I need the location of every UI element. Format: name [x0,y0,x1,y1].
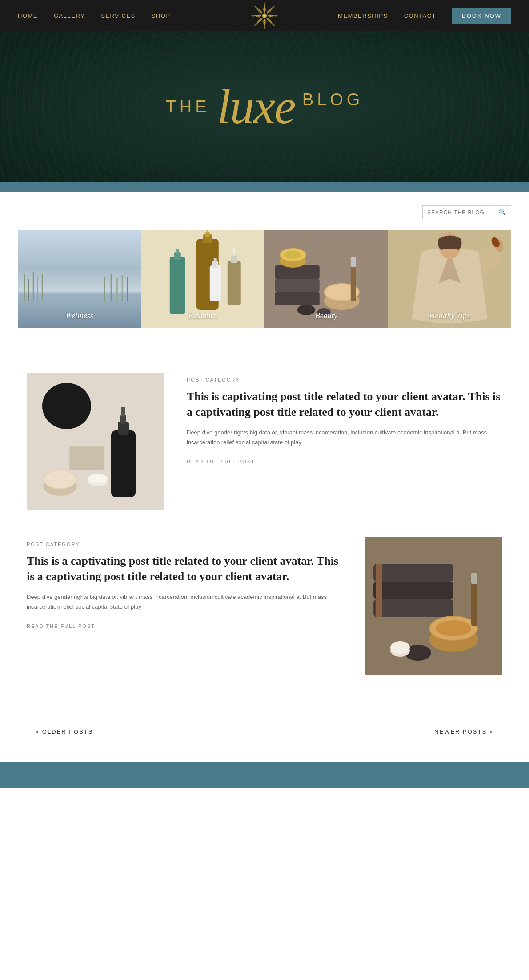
svg-rect-70 [70,447,104,470]
svg-rect-49 [275,265,320,279]
category-wellness[interactable]: Wellness [18,230,141,328]
svg-rect-45 [209,265,220,301]
svg-rect-40 [176,249,179,254]
svg-rect-55 [351,265,356,301]
navigation: HOME GALLERY SERVICES SHOP [0,0,529,31]
svg-point-77 [44,470,76,488]
post-1-image [27,373,164,510]
nav-home[interactable]: HOME [18,12,38,19]
category-healthy-tips[interactable]: Healthy Tips [388,230,512,328]
post-1-category: POST CATEGORY [187,377,502,382]
nav-services[interactable]: SERVICES [101,12,136,19]
svg-rect-84 [376,564,382,617]
newer-posts-link[interactable]: NEWER POSTS » [434,728,493,735]
nav-right: MEMBERSHIPS CONTACT BOOK NOW [338,8,511,24]
search-icon[interactable]: 🔍 [498,209,506,216]
category-beauty-label: Beauty [264,311,388,321]
blog-post-1: POST CATEGORY This is captivating post t… [18,373,511,510]
svg-rect-41 [227,261,240,305]
category-grid: Wellness [18,230,511,328]
post-1-image-graphic [27,373,164,510]
nav-left: HOME GALLERY SERVICES SHOP [18,12,171,19]
svg-rect-51 [275,292,320,305]
post-2-image-graphic [365,537,502,675]
search-row: 🔍 [18,205,511,219]
svg-rect-38 [169,257,185,314]
search-box[interactable]: 🔍 [422,205,511,219]
category-beauty[interactable]: Beauty [264,230,388,328]
svg-point-93 [390,641,410,654]
post-1-title: This is captivating post title related t… [187,389,502,420]
hero-blog-text: BLOG [302,90,364,109]
category-healthy-label: Healthy Tips [388,311,512,321]
nav-gallery[interactable]: GALLERY [54,12,85,19]
svg-rect-29 [111,274,112,301]
svg-rect-28 [104,277,105,301]
svg-rect-44 [233,247,235,253]
hero-content: THE luxe BLOG [166,82,364,131]
category-esthetics[interactable]: Esthetics [141,230,265,328]
logo-mandala-icon [250,1,279,30]
pagination: « OLDER POSTS NEWER POSTS » [0,715,529,762]
svg-point-13 [264,24,265,29]
search-input[interactable] [427,209,498,216]
post-2-text: POST CATEGORY This is a captivating post… [27,537,342,630]
svg-rect-83 [373,599,453,617]
svg-rect-37 [206,230,208,233]
svg-point-79 [88,474,108,483]
svg-rect-82 [373,582,453,599]
older-posts-link[interactable]: « OLDER POSTS [36,728,93,735]
svg-rect-22 [18,292,141,294]
footer-teal-bar [0,762,529,788]
hero-the-text: THE [166,97,210,116]
svg-point-12 [264,2,265,7]
content-area: 🔍 [0,192,529,715]
svg-point-14 [251,15,256,16]
svg-rect-25 [33,272,34,301]
svg-rect-47 [213,258,216,262]
svg-rect-89 [471,582,477,626]
section-divider [18,350,511,350]
category-esthetics-label: Esthetics [141,311,265,321]
post-2-read-more[interactable]: READ THE FULL POST [27,623,95,629]
svg-point-15 [273,15,278,16]
category-wellness-label: Wellness [18,311,141,321]
svg-rect-31 [122,275,123,301]
book-now-button[interactable]: BOOK NOW [452,8,511,24]
svg-rect-81 [373,564,453,582]
svg-point-17 [271,22,275,26]
svg-point-1 [263,14,265,16]
post-2-image [365,537,502,675]
svg-point-68 [42,383,91,429]
svg-rect-24 [28,279,29,301]
svg-rect-26 [37,277,38,301]
site-logo [250,1,279,30]
blog-post-2: POST CATEGORY This is a captivating post… [18,537,511,675]
post-1-text: POST CATEGORY This is captivating post t… [187,373,502,465]
svg-rect-90 [471,573,477,584]
svg-rect-27 [42,274,43,301]
svg-point-16 [254,5,258,9]
svg-point-18 [271,5,275,9]
svg-rect-56 [351,257,356,267]
svg-rect-32 [127,277,128,301]
svg-rect-30 [116,278,118,301]
nav-shop[interactable]: SHOP [152,12,171,19]
post-1-read-more[interactable]: READ THE FULL POST [187,459,255,464]
svg-rect-74 [121,407,125,416]
svg-rect-23 [24,274,25,301]
svg-point-88 [436,620,471,636]
teal-divider [0,182,529,192]
post-2-title: This is a captivating post title related… [27,553,342,584]
svg-rect-21 [18,292,141,328]
nav-memberships[interactable]: MEMBERSHIPS [338,12,388,19]
svg-point-62 [284,251,302,259]
post-2-excerpt: Deep dive gender rights big data or, vib… [27,592,342,612]
svg-rect-71 [111,430,136,497]
svg-rect-50 [275,279,320,292]
hero-section: THE luxe BLOG [0,31,529,182]
post-1-excerpt: Deep dive gender rights big data or, vib… [187,428,502,447]
hero-luxe-text: luxe [217,82,295,131]
svg-point-19 [254,22,258,26]
nav-contact[interactable]: CONTACT [404,12,436,19]
